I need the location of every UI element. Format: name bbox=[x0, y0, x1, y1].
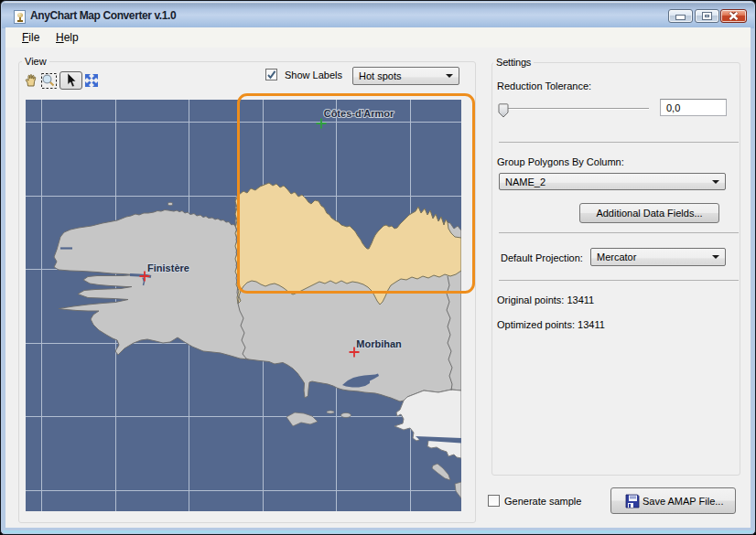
svg-text:Morbihan: Morbihan bbox=[356, 338, 402, 349]
svg-text:Finistère: Finistère bbox=[147, 262, 189, 273]
